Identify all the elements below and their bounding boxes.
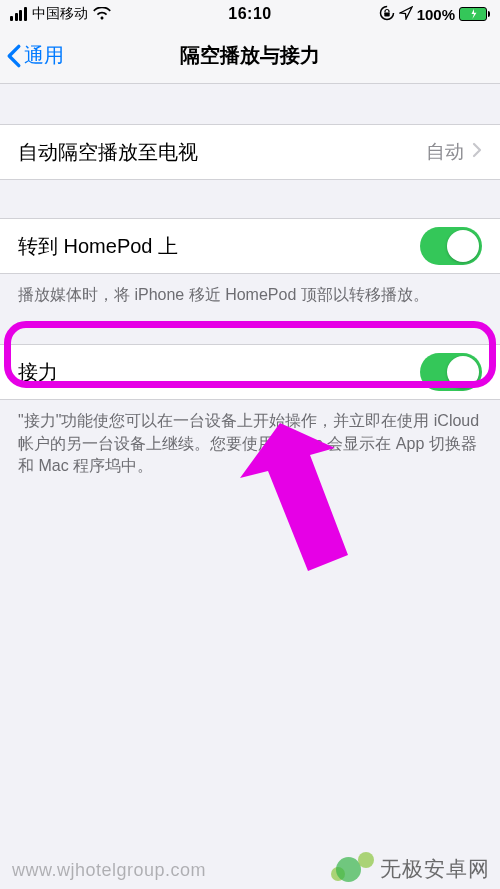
cellular-signal-icon [10, 7, 27, 21]
location-icon [399, 6, 413, 23]
status-left: 中国移动 [10, 5, 111, 23]
watermark-logo-icon [331, 857, 374, 882]
chevron-right-icon [472, 141, 482, 163]
row-value-container: 自动 [426, 139, 482, 165]
row-homepod[interactable]: 转到 HomePod 上 [0, 218, 500, 274]
watermark-brand: 无极安卓网 [331, 855, 490, 883]
footer-homepod: 播放媒体时，将 iPhone 移近 HomePod 顶部以转移播放。 [0, 274, 500, 306]
row-label: 自动隔空播放至电视 [18, 139, 198, 166]
watermark-brand-text: 无极安卓网 [380, 855, 490, 883]
orientation-lock-icon [379, 5, 395, 24]
back-label: 通用 [24, 42, 64, 69]
row-label: 接力 [18, 359, 58, 386]
row-value: 自动 [426, 139, 464, 165]
svg-rect-1 [384, 12, 389, 16]
carrier-label: 中国移动 [32, 5, 88, 23]
toggle-homepod[interactable] [420, 227, 482, 265]
settings-group-handoff: 接力 "接力"功能使您可以在一台设备上开始操作，并立即在使用 iCloud 帐户… [0, 344, 500, 477]
toggle-knob [447, 230, 479, 262]
page-title: 隔空播放与接力 [180, 42, 320, 69]
status-bar: 中国移动 16:10 100% [0, 0, 500, 28]
chevron-left-icon [6, 44, 22, 68]
row-label: 转到 HomePod 上 [18, 233, 178, 260]
footer-handoff: "接力"功能使您可以在一台设备上开始操作，并立即在使用 iCloud 帐户的另一… [0, 400, 500, 477]
wifi-icon [93, 7, 111, 21]
toggle-handoff[interactable] [420, 353, 482, 391]
nav-header: 通用 隔空播放与接力 [0, 28, 500, 84]
status-right: 100% [379, 5, 490, 24]
status-time: 16:10 [228, 5, 271, 23]
row-airplay-tv[interactable]: 自动隔空播放至电视 自动 [0, 124, 500, 180]
watermark-url: www.wjhotelgroup.com [12, 860, 206, 881]
battery-percent: 100% [417, 6, 455, 23]
battery-icon [459, 7, 490, 21]
row-handoff[interactable]: 接力 [0, 344, 500, 400]
back-button[interactable]: 通用 [6, 42, 64, 69]
settings-group-homepod: 转到 HomePod 上 播放媒体时，将 iPhone 移近 HomePod 顶… [0, 218, 500, 306]
settings-group-airplay: 自动隔空播放至电视 自动 [0, 124, 500, 180]
toggle-knob [447, 356, 479, 388]
